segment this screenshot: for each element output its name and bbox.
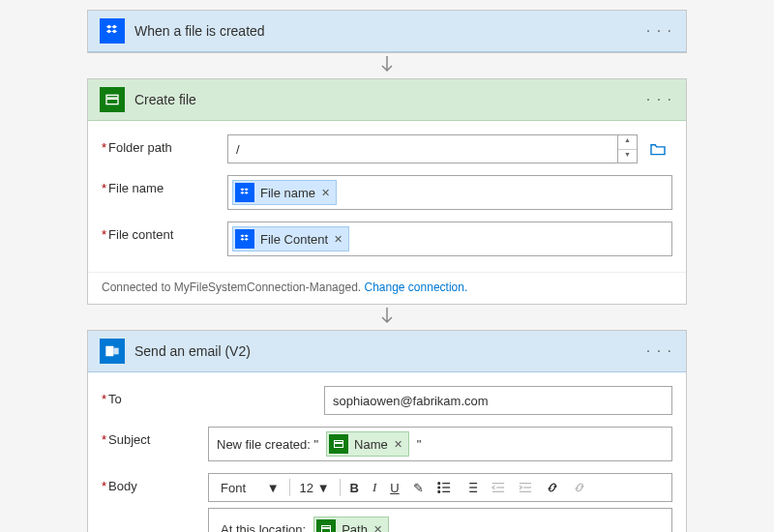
file-name-row: *File name File name ✕ (102, 175, 672, 210)
dropbox-icon (235, 229, 254, 249)
token-label: File name (260, 186, 315, 200)
folder-path-row: *Folder path / ▲▼ (102, 134, 672, 163)
connector-arrow (87, 305, 687, 330)
connection-footer: Connected to MyFileSystemConnection-Mana… (88, 272, 686, 304)
font-dropdown[interactable]: Font ▼ (215, 479, 285, 497)
file-content-token[interactable]: File Content ✕ (232, 226, 349, 251)
indent-button[interactable] (513, 479, 538, 496)
dropbox-icon (100, 18, 125, 44)
subject-row: *Subject New file created: " Name ✕ " (102, 427, 672, 461)
svg-rect-2 (105, 346, 113, 357)
create-file-card: Create file · · · *Folder path / ▲▼ *Fil… (87, 78, 687, 305)
svg-rect-22 (322, 529, 331, 533)
svg-rect-4 (335, 441, 343, 443)
body-label: *Body (102, 473, 208, 493)
rich-text-toolbar: Font ▼ 12 ▼ B I U ✎ (208, 473, 672, 502)
number-list-button[interactable] (459, 479, 484, 496)
bold-button[interactable]: B (344, 479, 365, 497)
size-dropdown[interactable]: 12 ▼ (294, 479, 336, 497)
file-content-label: *File content (102, 222, 227, 242)
token-label: Name (354, 437, 388, 452)
svg-rect-21 (322, 526, 331, 528)
create-file-header[interactable]: Create file · · · (88, 79, 686, 121)
bullet-list-button[interactable] (432, 479, 457, 496)
svg-rect-0 (106, 95, 118, 98)
more-button[interactable]: · · · (642, 18, 676, 44)
change-connection-link[interactable]: Change connection. (364, 281, 467, 294)
svg-rect-5 (335, 444, 343, 448)
body-input[interactable]: At this location: Path ✕ (208, 508, 672, 532)
send-email-title: Send an email (V2) (134, 343, 251, 359)
unlink-button[interactable] (567, 479, 592, 496)
trigger-card: When a file is created · · · (87, 10, 687, 53)
body-prefix: At this location: (217, 522, 310, 533)
connector-arrow (87, 53, 687, 78)
highlight-button[interactable]: ✎ (407, 479, 430, 497)
body-row: *Body Font ▼ 12 ▼ B I U ✎ (102, 473, 672, 532)
more-button[interactable]: · · · (642, 339, 676, 364)
folder-path-input[interactable]: / (227, 134, 618, 163)
to-row: *To sophiaowen@fabrikam.com (102, 386, 672, 415)
more-button[interactable]: · · · (642, 87, 676, 112)
send-email-header[interactable]: Send an email (V2) · · · (88, 331, 686, 372)
subject-prefix: New file created: " (213, 437, 322, 452)
token-remove-icon[interactable]: ✕ (321, 187, 330, 199)
subject-label: *Subject (102, 427, 208, 447)
outlook-icon (100, 339, 125, 364)
send-email-card: Send an email (V2) · · · *To sophiaowen@… (87, 330, 687, 532)
trigger-header[interactable]: When a file is created · · · (88, 11, 686, 52)
filesystem-icon (100, 87, 125, 112)
token-label: Path (342, 522, 368, 533)
body-path-token[interactable]: Path ✕ (313, 517, 389, 532)
token-label: File Content (260, 232, 328, 247)
folder-path-stepper[interactable]: ▲▼ (618, 134, 638, 163)
create-file-title: Create file (134, 92, 196, 107)
to-input[interactable]: sophiaowen@fabrikam.com (324, 386, 672, 415)
token-remove-icon[interactable]: ✕ (394, 438, 402, 451)
folder-path-label: *Folder path (102, 134, 227, 155)
outdent-button[interactable] (486, 479, 511, 496)
svg-point-8 (438, 487, 440, 488)
file-content-input[interactable]: File Content ✕ (227, 222, 672, 256)
file-name-input[interactable]: File name ✕ (227, 175, 672, 210)
file-name-label: *File name (102, 175, 227, 195)
token-remove-icon[interactable]: ✕ (334, 233, 342, 246)
token-remove-icon[interactable]: ✕ (373, 523, 382, 533)
file-content-row: *File content File Content ✕ (102, 222, 672, 256)
folder-picker-button[interactable] (643, 134, 672, 163)
send-email-body: *To sophiaowen@fabrikam.com *Subject New… (88, 372, 686, 532)
filesystem-icon (316, 519, 336, 532)
subject-name-token[interactable]: Name ✕ (326, 431, 409, 457)
svg-point-6 (438, 483, 440, 485)
italic-button[interactable]: I (367, 478, 382, 497)
trigger-title: When a file is created (134, 23, 265, 39)
create-file-body: *Folder path / ▲▼ *File name File name (88, 121, 686, 272)
file-name-token[interactable]: File name ✕ (232, 180, 337, 205)
subject-input[interactable]: New file created: " Name ✕ " (208, 427, 672, 461)
filesystem-icon (329, 434, 348, 454)
svg-point-10 (438, 491, 440, 493)
link-button[interactable] (540, 479, 565, 496)
underline-button[interactable]: U (384, 479, 404, 497)
svg-rect-3 (113, 348, 118, 355)
to-label: *To (102, 386, 208, 406)
subject-suffix: " (413, 437, 426, 452)
dropbox-icon (235, 183, 254, 202)
svg-rect-1 (106, 99, 118, 103)
